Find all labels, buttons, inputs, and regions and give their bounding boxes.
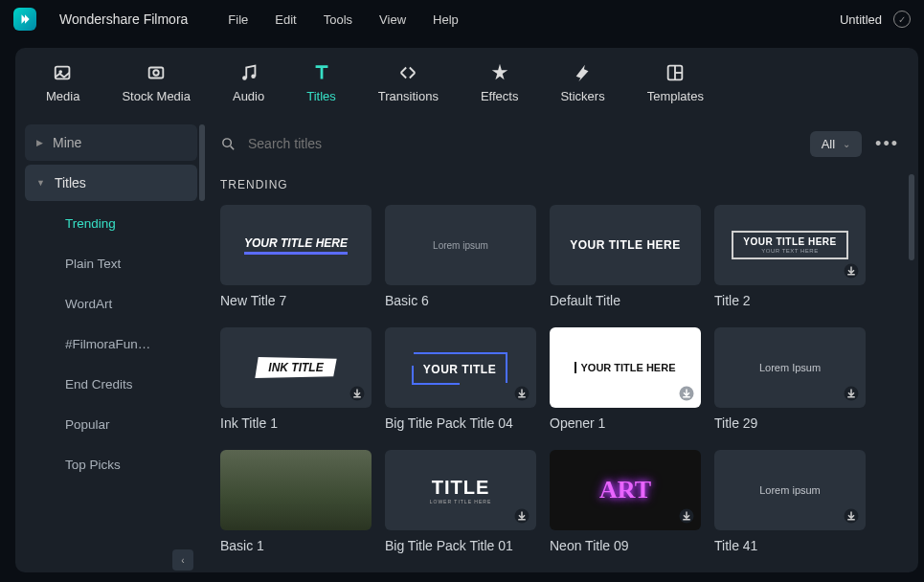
tool-media[interactable]: Media xyxy=(46,62,79,103)
download-icon[interactable] xyxy=(678,507,695,525)
sidebar-scrollbar[interactable] xyxy=(199,124,205,201)
tool-transitions[interactable]: Transitions xyxy=(378,62,439,103)
sidebar-label: Titles xyxy=(55,175,86,190)
title-card[interactable]: YOUR TITLE HERE Default Title xyxy=(550,205,701,308)
title-card[interactable]: ART Neon Title 09 xyxy=(550,450,701,553)
title-label: Title 2 xyxy=(714,293,866,308)
svg-point-4 xyxy=(251,74,256,78)
title-label: Default Title xyxy=(550,293,701,308)
download-icon[interactable] xyxy=(513,385,530,402)
section-header: TRENDING xyxy=(220,178,899,191)
preview-sub: LOWER TITLE HERE xyxy=(430,499,492,504)
preview-text: INK TITLE xyxy=(255,357,336,378)
sidebar-item-plain-text[interactable]: Plain Text xyxy=(25,245,197,281)
content-area: All ⌄ ••• TRENDING YOUR TITLE HERE New T… xyxy=(207,117,918,572)
tool-label: Titles xyxy=(306,89,336,103)
title-card[interactable]: INK TITLE Ink Title 1 xyxy=(220,327,372,431)
title-label: Opener 1 xyxy=(550,415,701,431)
download-icon[interactable] xyxy=(678,385,695,402)
tool-stickers[interactable]: Stickers xyxy=(560,62,604,103)
svg-point-8 xyxy=(223,138,232,146)
title-thumb: YOUR TITLE xyxy=(385,327,536,408)
sidebar-item-top-picks[interactable]: Top Picks xyxy=(25,446,197,482)
title-card[interactable]: Lorem ipsum Title 41 xyxy=(714,450,866,553)
tool-label: Effects xyxy=(481,89,519,103)
search-input[interactable] xyxy=(248,136,797,151)
download-icon[interactable] xyxy=(843,385,860,402)
title-thumb: Lorem ipsum xyxy=(714,450,866,530)
tool-label: Templates xyxy=(647,89,704,103)
title-thumb: ART xyxy=(550,450,701,530)
sidebar-label: Mine xyxy=(53,135,81,150)
more-options-button[interactable]: ••• xyxy=(875,134,899,154)
menu-view[interactable]: View xyxy=(379,12,406,27)
app-logo-icon xyxy=(13,8,36,31)
download-icon[interactable] xyxy=(349,385,366,402)
title-thumb: YOUR TITLE HERE xyxy=(550,327,701,408)
title-label: Ink Title 1 xyxy=(220,415,372,431)
tool-titles[interactable]: Titles xyxy=(306,62,336,103)
download-icon[interactable] xyxy=(843,507,860,525)
download-icon[interactable] xyxy=(843,262,860,280)
title-card[interactable]: YOUR TITLE HERE New Title 7 xyxy=(220,205,372,308)
preview-text: YOUR TITLE HERE xyxy=(743,236,837,247)
title-card[interactable]: Basic 1 xyxy=(220,450,372,553)
sidebar-item-popular[interactable]: Popular xyxy=(25,406,197,442)
menu-help[interactable]: Help xyxy=(433,12,459,27)
preview-text: Lorem ipsum xyxy=(759,484,821,496)
filter-dropdown[interactable]: All ⌄ xyxy=(810,131,862,157)
preview-text: ART xyxy=(599,476,651,504)
menu-tools[interactable]: Tools xyxy=(324,12,352,27)
effects-icon xyxy=(489,62,510,83)
titlebar: Wondershare Filmora File Edit Tools View… xyxy=(0,0,924,38)
sidebar-item-end-credits[interactable]: End Credits xyxy=(25,366,197,402)
title-thumb: Lorem Ipsum xyxy=(714,327,866,408)
tool-templates[interactable]: Templates xyxy=(647,62,704,103)
sync-status-icon[interactable] xyxy=(893,11,911,28)
search-icon xyxy=(220,136,237,152)
svg-point-3 xyxy=(242,76,247,80)
tool-stock-media[interactable]: Stock Media xyxy=(122,62,191,103)
title-thumb: YOUR TITLE HERE xyxy=(220,205,372,285)
title-label: Big Title Pack Title 01 xyxy=(385,538,536,553)
preview-text: YOUR TITLE HERE xyxy=(570,238,681,252)
title-card[interactable]: YOUR TITLE HERE Opener 1 xyxy=(550,327,701,431)
title-card[interactable]: YOUR TITLE HERE YOUR TEXT HERE Title 2 xyxy=(714,205,866,308)
content-scrollbar[interactable] xyxy=(909,174,914,260)
title-card[interactable]: Lorem ipsum Basic 6 xyxy=(385,205,536,308)
templates-icon xyxy=(665,62,686,83)
preview-sub: YOUR TEXT HERE xyxy=(761,248,818,254)
tool-label: Audio xyxy=(233,89,264,103)
category-toolbar: Media Stock Media Audio Titles Transitio… xyxy=(15,48,918,117)
title-card[interactable]: YOUR TITLE Big Title Pack Title 04 xyxy=(385,327,536,431)
title-grid: YOUR TITLE HERE New Title 7 Lorem ipsum … xyxy=(220,205,899,553)
sidebar-titles[interactable]: ▼ Titles xyxy=(25,165,197,201)
chevron-down-icon: ▼ xyxy=(36,178,45,188)
tool-audio[interactable]: Audio xyxy=(233,62,264,103)
preview-text: TITLE xyxy=(432,477,490,499)
title-thumb: INK TITLE xyxy=(220,327,372,408)
tool-label: Transitions xyxy=(378,89,439,103)
title-label: Neon Title 09 xyxy=(550,538,701,553)
preview-text: YOUR TITLE HERE xyxy=(575,362,675,373)
sidebar-item-filmorafun[interactable]: #FilmoraFun… xyxy=(25,325,197,362)
menu-edit[interactable]: Edit xyxy=(275,12,296,27)
tool-effects[interactable]: Effects xyxy=(481,62,519,103)
title-card[interactable]: TITLE LOWER TITLE HERE Big Title Pack Ti… xyxy=(385,450,536,553)
sidebar-item-wordart[interactable]: WordArt xyxy=(25,285,197,322)
menu-file[interactable]: File xyxy=(228,12,248,27)
app-name: Wondershare Filmora xyxy=(59,11,188,27)
sidebar-item-trending[interactable]: Trending xyxy=(25,205,197,241)
collapse-sidebar-button[interactable]: ‹ xyxy=(172,549,193,571)
chevron-left-icon: ‹ xyxy=(181,555,184,566)
tool-label: Media xyxy=(46,89,79,103)
svg-line-9 xyxy=(231,146,235,149)
menubar: File Edit Tools View Help xyxy=(228,12,458,27)
title-card[interactable]: Lorem Ipsum Title 29 xyxy=(714,327,866,431)
title-thumb xyxy=(220,450,372,530)
audio-icon xyxy=(238,62,259,83)
sidebar-mine[interactable]: ▶ Mine xyxy=(25,124,197,161)
preview-text: Lorem Ipsum xyxy=(759,362,821,373)
transitions-icon xyxy=(397,62,418,83)
download-icon[interactable] xyxy=(513,507,530,525)
